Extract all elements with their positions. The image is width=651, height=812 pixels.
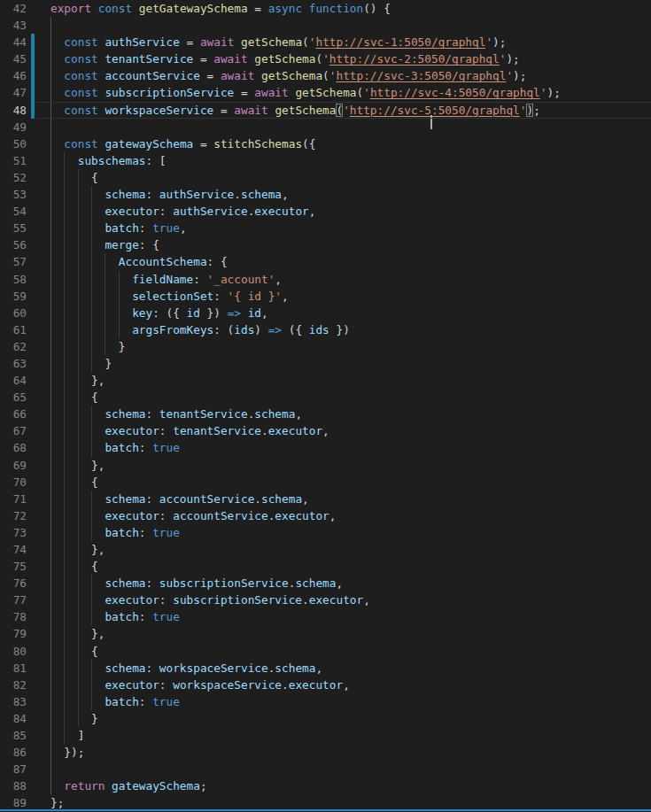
code-content[interactable]: } — [36, 338, 651, 355]
code-line[interactable]: 48 const workspaceService = await getSch… — [0, 102, 651, 119]
url-link[interactable]: http://svc-1:5050/graphql — [315, 35, 485, 49]
line-number[interactable]: 62 — [0, 338, 27, 355]
code-line[interactable]: 44 const authService = await getSchema('… — [0, 34, 651, 50]
code-line[interactable]: 68 batch: true — [0, 439, 651, 456]
line-number[interactable]: 43 — [0, 17, 27, 34]
code-content[interactable]: selectionSet: '{ id }', — [36, 288, 651, 305]
code-line[interactable]: 50 const gatewaySchema = stitchSchemas({ — [0, 135, 651, 152]
code-content[interactable]: const gatewaySchema = stitchSchemas({ — [36, 135, 651, 152]
git-modified-indicator[interactable] — [31, 102, 35, 119]
line-number[interactable]: 50 — [0, 135, 27, 152]
code-line[interactable]: 69 }, — [0, 457, 651, 474]
code-content[interactable]: }, — [36, 372, 651, 389]
code-line[interactable]: 72 executor: accountService.executor, — [0, 507, 651, 524]
code-line[interactable]: 66 schema: tenantService.schema, — [0, 406, 651, 422]
code-line[interactable]: 55 batch: true, — [0, 220, 651, 236]
code-content[interactable]: { — [36, 643, 651, 660]
line-number[interactable]: 69 — [0, 457, 27, 474]
code-line[interactable]: 73 batch: true — [0, 524, 651, 541]
code-line[interactable]: 83 batch: true — [0, 693, 651, 710]
line-number[interactable]: 51 — [0, 152, 27, 169]
line-number[interactable]: 42 — [0, 0, 27, 17]
code-content[interactable]: }, — [36, 457, 651, 474]
line-number[interactable]: 77 — [0, 592, 27, 608]
code-content[interactable]: batch: true — [36, 524, 651, 541]
code-content[interactable]: executor: tenantService.executor, — [36, 422, 651, 439]
code-content[interactable]: } — [36, 355, 651, 372]
code-line[interactable]: 75 { — [0, 558, 651, 575]
code-content[interactable]: batch: true — [36, 693, 651, 710]
line-number[interactable]: 53 — [0, 186, 27, 203]
code-line[interactable]: 63 } — [0, 355, 651, 372]
code-content[interactable]: ] — [36, 727, 651, 744]
code-content[interactable]: { — [36, 558, 651, 575]
line-number[interactable]: 71 — [0, 491, 27, 507]
code-content[interactable] — [36, 17, 651, 34]
code-line[interactable]: 43 — [0, 17, 651, 34]
code-line[interactable]: 65 { — [0, 389, 651, 406]
code-content[interactable]: { — [36, 389, 651, 406]
code-content[interactable]: schema: accountService.schema, — [36, 491, 651, 507]
code-line[interactable]: 42export const getGatewaySchema = async … — [0, 0, 651, 17]
line-number[interactable]: 48 — [0, 102, 27, 119]
code-content[interactable]: { — [36, 474, 651, 491]
code-line[interactable]: 80 { — [0, 643, 651, 660]
line-number[interactable]: 64 — [0, 372, 27, 389]
url-link[interactable]: http://svc-2:5050/graphql — [329, 52, 500, 66]
code-line[interactable]: 82 executor: workspaceService.executor, — [0, 677, 651, 693]
code-line[interactable]: 51 subschemas: [ — [0, 152, 651, 169]
code-line[interactable]: 62 } — [0, 338, 651, 355]
code-content[interactable]: batch: true — [36, 439, 651, 456]
panel-sash[interactable] — [0, 809, 651, 812]
line-number[interactable]: 67 — [0, 422, 27, 439]
code-line[interactable]: 64 }, — [0, 372, 651, 389]
code-line[interactable]: 56 merge: { — [0, 236, 651, 253]
line-number[interactable]: 78 — [0, 608, 27, 625]
line-number[interactable]: 58 — [0, 271, 27, 288]
line-number[interactable]: 54 — [0, 203, 27, 220]
code-line[interactable]: 61 argsFromKeys: (ids) => ({ ids }) — [0, 321, 651, 338]
line-number[interactable]: 70 — [0, 474, 27, 491]
code-line[interactable]: 60 key: ({ id }) => id, — [0, 305, 651, 321]
code-line[interactable]: 45 const tenantService = await getSchema… — [0, 50, 651, 67]
code-content[interactable]: subschemas: [ — [36, 152, 651, 169]
code-line[interactable]: 52 { — [0, 169, 651, 186]
line-number[interactable]: 75 — [0, 558, 27, 575]
code-line[interactable]: 86 }); — [0, 744, 651, 761]
line-number[interactable]: 65 — [0, 389, 27, 406]
code-content[interactable]: const authService = await getSchema('htt… — [36, 34, 651, 50]
url-link[interactable]: :5050/graphql — [431, 104, 520, 117]
line-number[interactable]: 74 — [0, 541, 27, 558]
code-line[interactable]: 85 ] — [0, 727, 651, 744]
code-content[interactable]: const tenantService = await getSchema('h… — [36, 50, 651, 67]
line-number[interactable]: 81 — [0, 660, 27, 677]
code-content[interactable]: fieldName: '_account', — [36, 271, 651, 288]
line-number[interactable]: 49 — [0, 119, 27, 135]
code-content[interactable]: }); — [36, 744, 651, 761]
line-number[interactable]: 79 — [0, 625, 27, 642]
code-content[interactable]: key: ({ id }) => id, — [36, 305, 651, 321]
code-content[interactable] — [36, 119, 651, 135]
code-line[interactable]: 88 return gatewaySchema; — [0, 777, 651, 794]
code-line[interactable]: 70 { — [0, 474, 651, 491]
code-content[interactable]: const subscriptionService = await getSch… — [36, 84, 651, 101]
code-line[interactable]: 77 executor: subscriptionService.executo… — [0, 592, 651, 608]
code-content[interactable]: executor: accountService.executor, — [36, 507, 651, 524]
line-number[interactable]: 84 — [0, 710, 27, 727]
code-content[interactable]: { — [36, 169, 651, 186]
code-content[interactable]: schema: workspaceService.schema, — [36, 660, 651, 677]
line-number[interactable]: 87 — [0, 761, 27, 777]
code-content[interactable]: schema: tenantService.schema, — [36, 406, 651, 422]
code-content[interactable]: batch: true — [36, 608, 651, 625]
code-line[interactable]: 67 executor: tenantService.executor, — [0, 422, 651, 439]
line-number[interactable]: 80 — [0, 643, 27, 660]
code-line[interactable]: 81 schema: workspaceService.schema, — [0, 660, 651, 677]
code-content[interactable]: }, — [36, 541, 651, 558]
git-modified-indicator[interactable] — [31, 84, 35, 101]
code-line[interactable]: 49 — [0, 119, 651, 135]
code-content[interactable]: executor: workspaceService.executor, — [36, 677, 651, 693]
code-content[interactable]: const workspaceService = await getSchema… — [36, 102, 651, 119]
code-content[interactable]: batch: true, — [36, 220, 651, 236]
code-content[interactable]: export const getGatewaySchema = async fu… — [36, 0, 651, 17]
code-content[interactable]: }, — [36, 625, 651, 642]
